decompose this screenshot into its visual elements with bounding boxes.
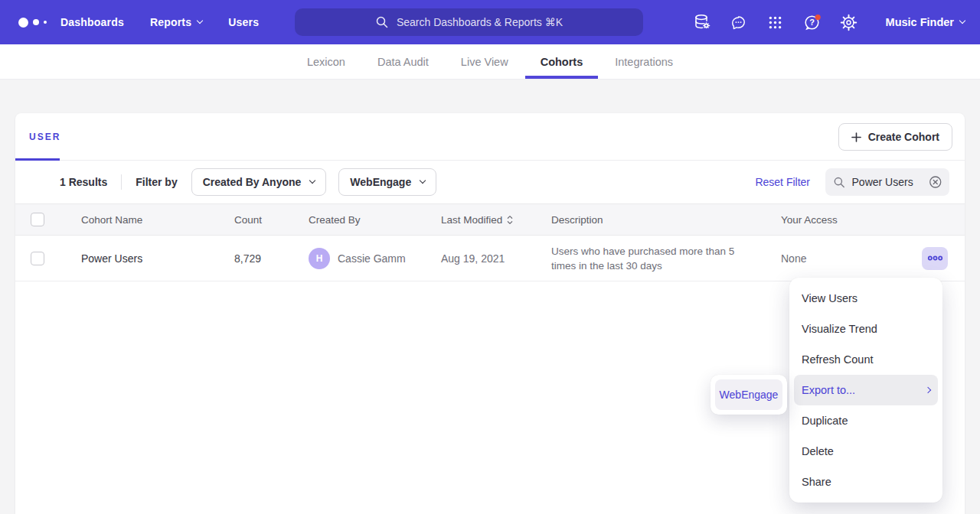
chevron-down-icon <box>420 177 426 184</box>
global-search-placeholder: Search Dashboards & Reports ⌘K <box>397 16 563 28</box>
integration-filter-dropdown[interactable]: WebEngage <box>338 168 436 196</box>
primary-nav: Dashboards Reports Users <box>60 16 259 28</box>
select-all-checkbox[interactable] <box>31 213 44 226</box>
col-cohort-name: Cohort Name <box>64 214 217 226</box>
filter-by-label: Filter by <box>136 176 177 188</box>
sort-icon <box>507 215 513 225</box>
menu-item-label: Delete <box>802 445 834 457</box>
search-icon <box>833 176 846 189</box>
table-header-row: Cohort Name Count Created By Last Modifi… <box>15 203 965 236</box>
search-icon <box>375 15 389 29</box>
access-cell: None <box>764 252 922 265</box>
panel-header: USER Create Cohort <box>15 113 965 161</box>
menu-item-export-to[interactable]: Export to... <box>794 375 938 405</box>
created-by-cell: H Cassie Gamm <box>292 248 424 269</box>
submenu-item-webengage[interactable]: WebEngage <box>715 379 782 410</box>
cohort-search-input[interactable] <box>852 176 923 188</box>
filter-toolbar: 1 Results Filter by Created By Anyone We… <box>15 161 965 203</box>
col-count: Count <box>217 214 292 226</box>
user-tab[interactable]: USER <box>29 132 60 142</box>
apps-grid-icon[interactable] <box>766 13 785 31</box>
cohort-search-box <box>825 168 949 196</box>
help-icon[interactable]: ? <box>803 13 822 31</box>
tab-label: Lexicon <box>307 56 345 68</box>
menu-item-visualize-trend[interactable]: Visualize Trend <box>794 314 938 344</box>
chevron-down-icon <box>197 18 203 24</box>
active-tab-indicator <box>15 158 60 161</box>
nav-item-label: Users <box>228 16 259 28</box>
create-cohort-button[interactable]: Create Cohort <box>838 123 952 151</box>
menu-item-label: Duplicate <box>802 415 848 427</box>
created-by-filter-dropdown[interactable]: Created By Anyone <box>191 168 327 196</box>
menu-item-duplicate[interactable]: Duplicate <box>794 405 938 436</box>
settings-icon[interactable] <box>840 13 858 31</box>
tab-integrations[interactable]: Integrations <box>599 44 688 79</box>
divider <box>121 174 122 190</box>
menu-item-label: Visualize Trend <box>802 323 877 335</box>
nav-item-label: Reports <box>150 16 191 28</box>
nav-item-reports[interactable]: Reports <box>150 16 202 28</box>
notification-dot <box>815 15 820 20</box>
reset-filter-link[interactable]: Reset Filter <box>755 176 810 188</box>
section-tabs: Lexicon Data Audit Live View Cohorts Int… <box>0 44 980 80</box>
clear-search-icon[interactable] <box>929 175 942 189</box>
svg-text:?: ? <box>809 18 815 27</box>
navbar-actions: ? Music Finder <box>693 13 965 31</box>
export-submenu: WebEngage <box>710 375 787 415</box>
global-search-input[interactable]: Search Dashboards & Reports ⌘K <box>295 8 643 36</box>
plus-icon <box>851 132 861 142</box>
menu-item-delete[interactable]: Delete <box>794 436 938 467</box>
integration-filter-value: WebEngage <box>350 176 411 188</box>
project-switcher[interactable]: Music Finder <box>886 16 965 28</box>
description-cell: Users who have purchased more than 5 tim… <box>551 244 744 273</box>
messages-icon[interactable] <box>730 13 748 31</box>
tab-label: Live View <box>461 56 508 68</box>
data-governance-icon[interactable] <box>693 13 711 31</box>
menu-item-label: Share <box>802 476 831 488</box>
tab-data-audit[interactable]: Data Audit <box>362 44 444 79</box>
menu-item-share[interactable]: Share <box>794 467 938 497</box>
tab-label: Data Audit <box>377 56 429 68</box>
col-your-access: Your Access <box>764 214 922 226</box>
count-cell: 8,729 <box>217 252 292 265</box>
create-cohort-label: Create Cohort <box>868 131 939 143</box>
tab-label: Cohorts <box>541 56 583 68</box>
mixpanel-logo-icon[interactable] <box>18 18 47 28</box>
creator-name: Cassie Gamm <box>338 252 406 265</box>
chevron-down-icon <box>959 18 965 24</box>
menu-item-label: Export to... <box>802 384 855 396</box>
row-actions-menu: View Users Visualize Trend Refresh Count… <box>789 278 942 503</box>
col-last-modified: Last Modified <box>441 214 502 226</box>
three-dots-icon <box>927 254 943 262</box>
last-modified-cell: Aug 19, 2021 <box>424 252 534 265</box>
tab-lexicon[interactable]: Lexicon <box>292 44 361 79</box>
chevron-right-icon <box>925 387 931 393</box>
tab-label: Integrations <box>615 56 673 68</box>
table-row[interactable]: Power Users 8,729 H Cassie Gamm Aug 19, … <box>15 236 965 281</box>
created-by-filter-value: Created By Anyone <box>203 176 302 188</box>
submenu-item-label: WebEngage <box>720 389 779 401</box>
menu-item-label: Refresh Count <box>802 353 874 366</box>
chevron-down-icon <box>309 177 315 184</box>
tab-live-view[interactable]: Live View <box>446 44 524 79</box>
col-created-by: Created By <box>292 214 424 226</box>
col-last-modified-sort[interactable]: Last Modified <box>441 214 513 226</box>
nav-item-users[interactable]: Users <box>228 16 259 28</box>
menu-item-refresh-count[interactable]: Refresh Count <box>794 344 938 375</box>
col-description: Description <box>534 214 764 226</box>
menu-item-view-users[interactable]: View Users <box>794 283 938 314</box>
row-actions-button[interactable] <box>922 247 948 270</box>
cohort-name-cell[interactable]: Power Users <box>64 252 217 265</box>
menu-item-label: View Users <box>802 292 858 304</box>
tab-cohorts[interactable]: Cohorts <box>525 44 599 79</box>
nav-item-dashboards[interactable]: Dashboards <box>60 16 124 28</box>
nav-item-label: Dashboards <box>60 16 124 28</box>
results-count: 1 Results <box>60 176 107 188</box>
top-navbar: Dashboards Reports Users Search Dashboar… <box>0 0 980 44</box>
row-checkbox[interactable] <box>31 252 44 265</box>
project-name: Music Finder <box>886 16 954 28</box>
avatar: H <box>309 248 330 269</box>
